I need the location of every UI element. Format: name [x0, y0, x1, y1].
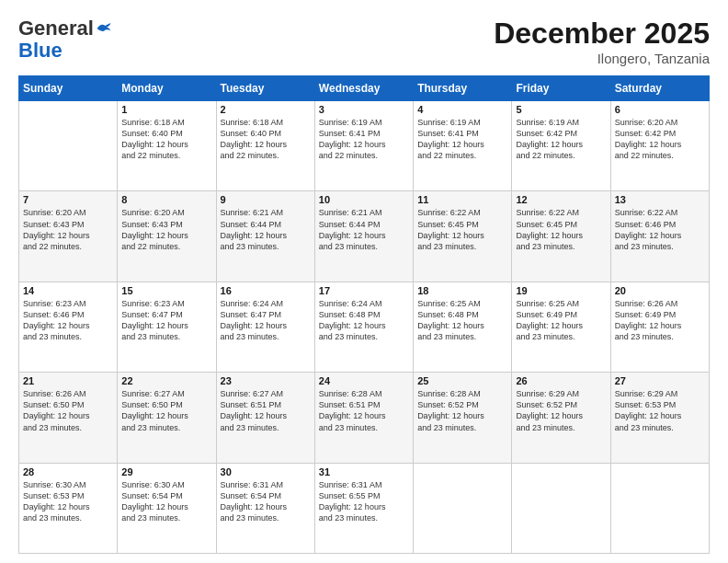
- calendar-cell: 29Sunrise: 6:30 AM Sunset: 6:54 PM Dayli…: [118, 463, 216, 553]
- calendar-cell: 4Sunrise: 6:19 AM Sunset: 6:41 PM Daylig…: [414, 101, 512, 191]
- day-info: Sunrise: 6:28 AM Sunset: 6:52 PM Dayligh…: [417, 388, 507, 433]
- calendar-header-friday: Friday: [512, 76, 610, 101]
- calendar-cell: [414, 463, 512, 553]
- day-number: 20: [615, 285, 705, 296]
- day-info: Sunrise: 6:29 AM Sunset: 6:53 PM Dayligh…: [615, 388, 705, 433]
- month-title: December 2025: [494, 17, 710, 51]
- day-info: Sunrise: 6:19 AM Sunset: 6:41 PM Dayligh…: [417, 117, 507, 162]
- calendar-cell: 31Sunrise: 6:31 AM Sunset: 6:55 PM Dayli…: [314, 463, 413, 553]
- location: Ilongero, Tanzania: [494, 51, 710, 66]
- calendar-cell: 2Sunrise: 6:18 AM Sunset: 6:40 PM Daylig…: [216, 101, 314, 191]
- calendar-cell: 5Sunrise: 6:19 AM Sunset: 6:42 PM Daylig…: [512, 101, 610, 191]
- logo-general: General: [18, 17, 94, 40]
- day-info: Sunrise: 6:27 AM Sunset: 6:50 PM Dayligh…: [121, 388, 211, 433]
- calendar-cell: 13Sunrise: 6:22 AM Sunset: 6:46 PM Dayli…: [610, 191, 709, 282]
- day-number: 31: [319, 466, 409, 477]
- calendar-cell: 21Sunrise: 6:26 AM Sunset: 6:50 PM Dayli…: [19, 373, 118, 463]
- calendar-cell: 11Sunrise: 6:22 AM Sunset: 6:45 PM Dayli…: [414, 191, 512, 282]
- calendar-week-0: 1Sunrise: 6:18 AM Sunset: 6:40 PM Daylig…: [19, 101, 710, 191]
- calendar-cell: 15Sunrise: 6:23 AM Sunset: 6:47 PM Dayli…: [118, 282, 216, 372]
- day-info: Sunrise: 6:28 AM Sunset: 6:51 PM Dayligh…: [319, 388, 409, 433]
- day-info: Sunrise: 6:25 AM Sunset: 6:49 PM Dayligh…: [516, 298, 606, 343]
- day-info: Sunrise: 6:20 AM Sunset: 6:43 PM Dayligh…: [23, 207, 113, 252]
- calendar-cell: 18Sunrise: 6:25 AM Sunset: 6:48 PM Dayli…: [414, 282, 512, 372]
- day-number: 28: [23, 466, 113, 477]
- day-info: Sunrise: 6:31 AM Sunset: 6:54 PM Dayligh…: [221, 479, 311, 524]
- day-number: 10: [319, 194, 409, 205]
- calendar-cell: 22Sunrise: 6:27 AM Sunset: 6:50 PM Dayli…: [118, 373, 216, 463]
- day-number: 25: [417, 375, 507, 386]
- day-number: 30: [221, 466, 311, 477]
- calendar-header-thursday: Thursday: [414, 76, 512, 101]
- day-number: 14: [23, 285, 113, 296]
- calendar-cell: 7Sunrise: 6:20 AM Sunset: 6:43 PM Daylig…: [19, 191, 118, 282]
- page: General Blue December 2025 Ilongero, Tan…: [0, 0, 728, 563]
- day-info: Sunrise: 6:26 AM Sunset: 6:50 PM Dayligh…: [23, 388, 113, 433]
- calendar-cell: 17Sunrise: 6:24 AM Sunset: 6:48 PM Dayli…: [314, 282, 413, 372]
- day-info: Sunrise: 6:20 AM Sunset: 6:42 PM Dayligh…: [615, 117, 705, 162]
- logo: General Blue: [18, 17, 112, 61]
- calendar-cell: 16Sunrise: 6:24 AM Sunset: 6:47 PM Dayli…: [216, 282, 314, 372]
- calendar-header-saturday: Saturday: [610, 76, 709, 101]
- calendar-cell: [512, 463, 610, 553]
- day-number: 8: [121, 194, 211, 205]
- calendar-cell: 28Sunrise: 6:30 AM Sunset: 6:53 PM Dayli…: [19, 463, 118, 553]
- calendar-cell: 8Sunrise: 6:20 AM Sunset: 6:43 PM Daylig…: [118, 191, 216, 282]
- calendar-week-3: 21Sunrise: 6:26 AM Sunset: 6:50 PM Dayli…: [19, 373, 710, 463]
- day-number: 13: [615, 194, 705, 205]
- day-number: 15: [121, 285, 211, 296]
- day-info: Sunrise: 6:24 AM Sunset: 6:47 PM Dayligh…: [221, 298, 311, 343]
- day-number: 19: [516, 285, 606, 296]
- title-section: December 2025 Ilongero, Tanzania: [494, 17, 710, 66]
- calendar-cell: 10Sunrise: 6:21 AM Sunset: 6:44 PM Dayli…: [314, 191, 413, 282]
- calendar-cell: 19Sunrise: 6:25 AM Sunset: 6:49 PM Dayli…: [512, 282, 610, 372]
- day-number: 16: [221, 285, 311, 296]
- day-info: Sunrise: 6:18 AM Sunset: 6:40 PM Dayligh…: [221, 117, 311, 162]
- day-info: Sunrise: 6:22 AM Sunset: 6:45 PM Dayligh…: [516, 207, 606, 252]
- calendar-cell: 30Sunrise: 6:31 AM Sunset: 6:54 PM Dayli…: [216, 463, 314, 553]
- day-number: 24: [319, 375, 409, 386]
- day-number: 11: [417, 194, 507, 205]
- calendar-cell: [610, 463, 709, 553]
- day-info: Sunrise: 6:22 AM Sunset: 6:46 PM Dayligh…: [615, 207, 705, 252]
- calendar-cell: 3Sunrise: 6:19 AM Sunset: 6:41 PM Daylig…: [314, 101, 413, 191]
- day-info: Sunrise: 6:30 AM Sunset: 6:54 PM Dayligh…: [121, 479, 211, 524]
- day-number: 29: [121, 466, 211, 477]
- calendar-header-wednesday: Wednesday: [314, 76, 413, 101]
- calendar-table: SundayMondayTuesdayWednesdayThursdayFrid…: [18, 75, 710, 554]
- calendar-cell: 25Sunrise: 6:28 AM Sunset: 6:52 PM Dayli…: [414, 373, 512, 463]
- day-info: Sunrise: 6:22 AM Sunset: 6:45 PM Dayligh…: [417, 207, 507, 252]
- day-info: Sunrise: 6:24 AM Sunset: 6:48 PM Dayligh…: [319, 298, 409, 343]
- day-info: Sunrise: 6:19 AM Sunset: 6:42 PM Dayligh…: [516, 117, 606, 162]
- logo-blue: Blue: [18, 40, 63, 61]
- logo-bird-icon: [96, 22, 112, 35]
- calendar-cell: 27Sunrise: 6:29 AM Sunset: 6:53 PM Dayli…: [610, 373, 709, 463]
- calendar-cell: 23Sunrise: 6:27 AM Sunset: 6:51 PM Dayli…: [216, 373, 314, 463]
- day-number: 3: [319, 104, 409, 115]
- day-info: Sunrise: 6:27 AM Sunset: 6:51 PM Dayligh…: [221, 388, 311, 433]
- day-info: Sunrise: 6:23 AM Sunset: 6:46 PM Dayligh…: [23, 298, 113, 343]
- calendar-cell: 24Sunrise: 6:28 AM Sunset: 6:51 PM Dayli…: [314, 373, 413, 463]
- calendar-cell: 6Sunrise: 6:20 AM Sunset: 6:42 PM Daylig…: [610, 101, 709, 191]
- calendar-cell: 26Sunrise: 6:29 AM Sunset: 6:52 PM Dayli…: [512, 373, 610, 463]
- day-info: Sunrise: 6:19 AM Sunset: 6:41 PM Dayligh…: [319, 117, 409, 162]
- calendar-cell: 1Sunrise: 6:18 AM Sunset: 6:40 PM Daylig…: [118, 101, 216, 191]
- calendar-week-4: 28Sunrise: 6:30 AM Sunset: 6:53 PM Dayli…: [19, 463, 710, 553]
- calendar-cell: 9Sunrise: 6:21 AM Sunset: 6:44 PM Daylig…: [216, 191, 314, 282]
- calendar-cell: 12Sunrise: 6:22 AM Sunset: 6:45 PM Dayli…: [512, 191, 610, 282]
- day-number: 26: [516, 375, 606, 386]
- day-number: 6: [615, 104, 705, 115]
- calendar-week-2: 14Sunrise: 6:23 AM Sunset: 6:46 PM Dayli…: [19, 282, 710, 372]
- day-info: Sunrise: 6:18 AM Sunset: 6:40 PM Dayligh…: [121, 117, 211, 162]
- day-number: 21: [23, 375, 113, 386]
- day-number: 22: [121, 375, 211, 386]
- day-number: 12: [516, 194, 606, 205]
- day-info: Sunrise: 6:26 AM Sunset: 6:49 PM Dayligh…: [615, 298, 705, 343]
- day-number: 23: [221, 375, 311, 386]
- day-info: Sunrise: 6:29 AM Sunset: 6:52 PM Dayligh…: [516, 388, 606, 433]
- day-info: Sunrise: 6:23 AM Sunset: 6:47 PM Dayligh…: [121, 298, 211, 343]
- day-number: 17: [319, 285, 409, 296]
- calendar-header-tuesday: Tuesday: [216, 76, 314, 101]
- day-number: 2: [221, 104, 311, 115]
- day-number: 18: [417, 285, 507, 296]
